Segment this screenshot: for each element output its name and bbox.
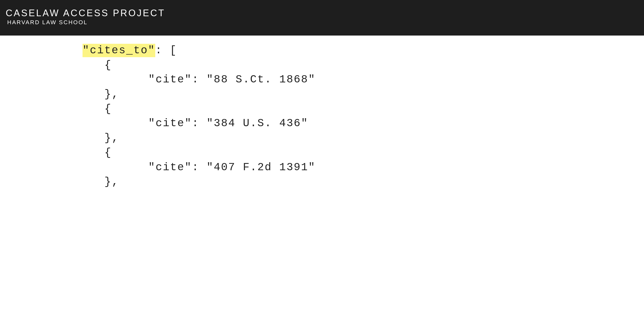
code-cite-2: "cite": "384 U.S. 436" bbox=[83, 116, 644, 131]
code-block: "cites_to": [ { "cite": "88 S.Ct. 1868" … bbox=[0, 36, 644, 189]
code-brace-close-3: }, bbox=[83, 175, 644, 189]
header-subtitle: HARVARD LAW SCHOOL bbox=[7, 19, 638, 26]
header: CASELAW ACCESS PROJECT HARVARD LAW SCHOO… bbox=[0, 0, 644, 36]
code-brace-open-2: { bbox=[83, 102, 644, 116]
code-cite-1: "cite": "88 S.Ct. 1868" bbox=[83, 72, 644, 87]
code-brace-close-1: }, bbox=[83, 87, 644, 102]
header-title: CASELAW ACCESS PROJECT bbox=[6, 8, 638, 19]
code-open-bracket: : [ bbox=[155, 44, 177, 57]
highlighted-key: "cites_to" bbox=[83, 44, 155, 57]
code-brace-open-3: { bbox=[83, 146, 644, 160]
code-brace-close-2: }, bbox=[83, 131, 644, 146]
code-line-key: "cites_to": [ bbox=[83, 43, 644, 58]
code-cite-3: "cite": "407 F.2d 1391" bbox=[83, 160, 644, 175]
code-brace-open-1: { bbox=[83, 58, 644, 73]
